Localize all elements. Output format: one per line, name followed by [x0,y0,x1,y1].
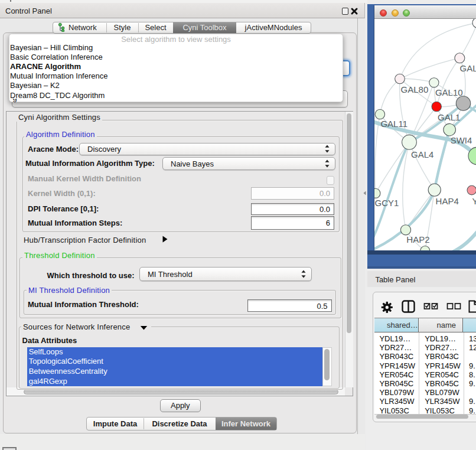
svg-text:GAL4: GAL4 [411,149,433,159]
svg-text:GCY1: GCY1 [375,197,399,207]
svg-text:SWI4: SWI4 [451,135,472,145]
svg-text:GAL1: GAL1 [438,112,460,122]
svg-text:HAP4: HAP4 [436,195,459,206]
svg-text:YJR048W: YJR048W [472,195,476,206]
svg-text:GAL11: GAL11 [380,119,407,129]
svg-text:GAL80: GAL80 [401,84,429,94]
svg-text:GAL7: GAL7 [460,63,476,73]
svg-text:HAP2: HAP2 [406,234,429,244]
svg-text:GAL10: GAL10 [435,87,463,97]
